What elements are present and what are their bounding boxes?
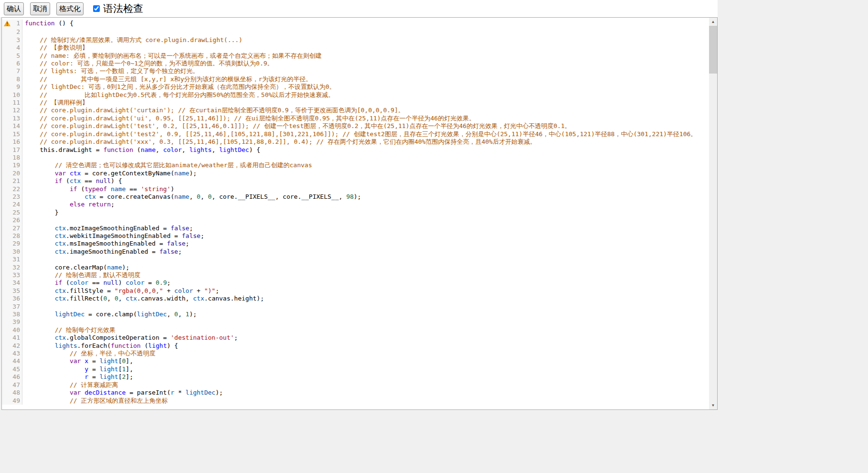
code-text: lightDec = core.clamp(lightDec, 0, 1);: [22, 311, 709, 318]
code-line[interactable]: 45 y = light[1],: [2, 366, 709, 373]
line-number: 44: [12, 357, 22, 365]
code-text: function () {: [22, 20, 709, 28]
gutter-marker: [2, 240, 12, 247]
code-editor[interactable]: !1function () {23 // 绘制灯光/漆黑层效果。调用方式 cor…: [1, 17, 718, 410]
code-line[interactable]: 10 // 比如lightDec为0.5代表，每个灯光部分内圈50%的范围全亮，…: [2, 91, 709, 99]
code-line[interactable]: 2: [2, 28, 709, 36]
code-line[interactable]: !1function () {: [2, 20, 709, 28]
line-number: 8: [12, 75, 22, 83]
scrollbar-down-arrow[interactable]: ▼: [709, 401, 717, 409]
line-number: 23: [12, 193, 22, 201]
code-line[interactable]: 42 lights.forEach(function (light) {: [2, 342, 709, 350]
code-line[interactable]: 21 if (ctx == null) {: [2, 177, 709, 185]
code-line[interactable]: 36 ctx.fillRect(0, 0, ctx.canvas.width, …: [2, 295, 709, 302]
line-number: 20: [12, 170, 22, 177]
gutter-marker: [2, 326, 12, 334]
code-line[interactable]: 47 // 计算衰减距离: [2, 381, 709, 389]
vertical-scrollbar[interactable]: ▲ ▼: [709, 18, 717, 409]
line-number: 39: [12, 318, 22, 326]
code-line[interactable]: 33 // 绘制色调层，默认不透明度: [2, 271, 709, 279]
code-line[interactable]: 3 // 绘制灯光/漆黑层效果。调用方式 core.plugin.drawLig…: [2, 36, 709, 44]
code-line[interactable]: 48 var decDistance = parseInt(r * lightD…: [2, 389, 709, 397]
code-line[interactable]: 39: [2, 318, 709, 326]
code-line[interactable]: 30 ctx.imageSmoothingEnabled = false;: [2, 248, 709, 256]
line-number: 28: [12, 232, 22, 240]
code-text: var x = light[0],: [22, 357, 709, 365]
line-number: 32: [12, 264, 22, 271]
scrollbar-up-arrow[interactable]: ▲: [709, 18, 717, 26]
format-button[interactable]: 格式化: [56, 2, 84, 15]
gutter-marker: [2, 75, 12, 83]
gutter-marker: [2, 201, 12, 208]
code-line[interactable]: 31: [2, 256, 709, 263]
gutter-marker: [2, 83, 12, 91]
cancel-button[interactable]: 取消: [30, 2, 50, 15]
gutter-marker: [2, 397, 12, 405]
code-line[interactable]: 49 // 正方形区域的直径和左上角坐标: [2, 397, 709, 405]
code-line[interactable]: 17 this.drawLight = function (name, colo…: [2, 146, 709, 154]
code-line[interactable]: 32 core.clearMap(name);: [2, 264, 709, 271]
syntax-check-checkbox[interactable]: [93, 5, 100, 12]
code-line[interactable]: 9 // lightDec: 可选，0到1之间，光从多少百分比才开始衰减（在此范…: [2, 83, 709, 91]
line-number: 35: [12, 287, 22, 295]
code-line[interactable]: 29 ctx.msImageSmoothingEnabled = false;: [2, 240, 709, 247]
gutter-marker: [2, 170, 12, 177]
code-text: // 正方形区域的直径和左上角坐标: [22, 397, 709, 405]
syntax-check-control: 语法检查: [93, 2, 143, 15]
code-line[interactable]: 24 else return;: [2, 201, 709, 208]
gutter-marker: [2, 91, 12, 99]
code-text: // 绘制色调层，默认不透明度: [22, 271, 709, 279]
code-line[interactable]: 43 // 坐标，半径，中心不透明度: [2, 350, 709, 357]
code-area[interactable]: !1function () {23 // 绘制灯光/漆黑层效果。调用方式 cor…: [2, 18, 709, 409]
gutter-marker: [2, 303, 12, 311]
code-line[interactable]: 19 // 清空色调层；也可以修改成其它层比如animate/weather层，…: [2, 161, 709, 169]
gutter-marker: [2, 334, 12, 342]
code-line[interactable]: 34 if (color == null) color = 0.9;: [2, 279, 709, 287]
code-line[interactable]: 35 ctx.fillStyle = "rgba(0,0,0," + color…: [2, 287, 709, 295]
code-text: // 绘制每个灯光效果: [22, 326, 709, 334]
scrollbar-thumb[interactable]: [709, 26, 717, 74]
code-line[interactable]: 16 // core.plugin.drawLight('xxx', 0.3, …: [2, 138, 709, 146]
confirm-button[interactable]: 确认: [4, 2, 24, 15]
line-number: 26: [12, 216, 22, 224]
gutter-marker: [2, 185, 12, 193]
code-line[interactable]: 26: [2, 216, 709, 224]
gutter-marker: [2, 115, 12, 122]
line-number: 40: [12, 326, 22, 334]
toolbar: 确认 取消 格式化 语法检查: [0, 0, 718, 17]
code-line[interactable]: 28 ctx.webkitImageSmoothingEnabled = fal…: [2, 232, 709, 240]
code-line[interactable]: 38 lightDec = core.clamp(lightDec, 0, 1)…: [2, 311, 709, 318]
code-line[interactable]: 11 // 【调用样例】: [2, 99, 709, 107]
code-line[interactable]: 13 // core.plugin.drawLight('ui', 0.95, …: [2, 115, 709, 122]
code-text: // lights: 可选，一个数组，定义了每个独立的灯光。: [22, 67, 709, 75]
line-number: 27: [12, 225, 22, 232]
line-number: 5: [12, 52, 22, 60]
code-line[interactable]: 5 // name: 必填，要绘制到的画布名；可以是一个系统画布，或者是个自定义…: [2, 52, 709, 60]
code-text: // lightDec: 可选，0到1之间，光从多少百分比才开始衰减（在此范围内…: [22, 83, 709, 91]
gutter-marker: [2, 36, 12, 44]
code-line[interactable]: 12 // core.plugin.drawLight('curtain'); …: [2, 107, 709, 114]
code-text: // 比如lightDec为0.5代表，每个灯光部分内圈50%的范围全亮，50%…: [22, 91, 709, 99]
code-line[interactable]: 6 // color: 可选，只能是一个0~1之间的数，为不透明度的值。不填则默…: [2, 60, 709, 67]
code-line[interactable]: 4 // 【参数说明】: [2, 44, 709, 52]
code-line[interactable]: 20 var ctx = core.getContextByName(name)…: [2, 170, 709, 177]
gutter-marker: [2, 161, 12, 169]
code-line[interactable]: 44 var x = light[0],: [2, 357, 709, 365]
code-line[interactable]: 23 ctx = core.createCanvas(name, 0, 0, c…: [2, 193, 709, 201]
code-line[interactable]: 7 // lights: 可选，一个数组，定义了每个独立的灯光。: [2, 67, 709, 75]
gutter-marker: [2, 209, 12, 216]
code-line[interactable]: 41 ctx.globalCompositeOperation = 'desti…: [2, 334, 709, 342]
gutter-marker: [2, 381, 12, 389]
code-line[interactable]: 25 }: [2, 209, 709, 216]
code-line[interactable]: 22 if (typeof name == 'string'): [2, 185, 709, 193]
code-line[interactable]: 46 r = light[2];: [2, 373, 709, 381]
code-line[interactable]: 37: [2, 303, 709, 311]
code-line[interactable]: 18: [2, 154, 709, 161]
code-line[interactable]: 40 // 绘制每个灯光效果: [2, 326, 709, 334]
code-line[interactable]: 14 // core.plugin.drawLight('test', 0.2,…: [2, 122, 709, 130]
code-line[interactable]: 8 // 其中每一项是三元组 [x,y,r] x和y分别为该灯光的横纵坐标，r为…: [2, 75, 709, 83]
code-line[interactable]: 15 // core.plugin.drawLight('test2', 0.9…: [2, 130, 709, 138]
code-text: if (ctx == null) {: [22, 177, 709, 185]
code-text: ctx.fillRect(0, 0, ctx.canvas.width, ctx…: [22, 295, 709, 302]
code-line[interactable]: 27 ctx.mozImageSmoothingEnabled = false;: [2, 225, 709, 232]
